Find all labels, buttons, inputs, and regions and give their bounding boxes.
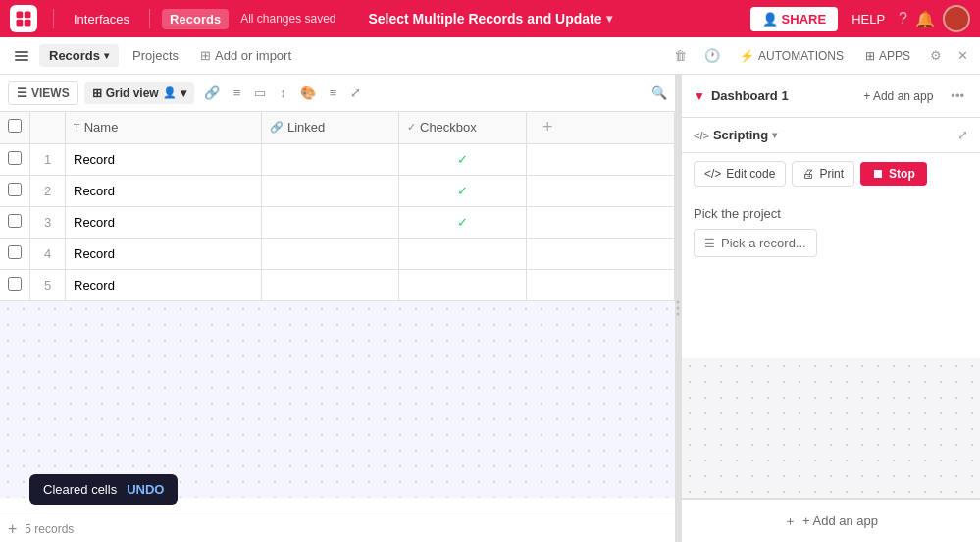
search-icon[interactable]: 🔍 <box>651 85 667 100</box>
records-tab-label: Records <box>49 48 100 63</box>
filter-icon[interactable]: ≡ <box>230 81 245 104</box>
linked-cell[interactable] <box>262 238 399 269</box>
edit-code-button[interactable]: </> Edit code <box>694 161 786 187</box>
linked-column-header[interactable]: 🔗 Linked <box>262 112 399 143</box>
row-select-cell[interactable] <box>0 175 30 206</box>
close-icon[interactable]: ✕ <box>954 44 972 67</box>
name-cell[interactable]: Record <box>66 143 262 175</box>
hide-icon[interactable]: ≡ <box>326 81 341 104</box>
checkbox-cell[interactable] <box>399 269 527 300</box>
checkbox-cell[interactable]: ✓ <box>399 206 527 238</box>
sort-icon[interactable]: ↕ <box>276 81 290 104</box>
add-column-icon[interactable]: + <box>535 117 561 136</box>
help-button[interactable]: HELP <box>846 9 891 29</box>
user-avatar[interactable] <box>943 5 970 32</box>
table-row[interactable]: 4 Record <box>0 238 675 269</box>
stop-button[interactable]: ⏹ Stop <box>860 162 927 186</box>
question-icon[interactable]: ? <box>899 10 907 27</box>
row-checkbox[interactable] <box>8 277 22 291</box>
svg-rect-4 <box>15 51 28 53</box>
name-cell[interactable]: Record <box>66 206 262 238</box>
name-cell[interactable]: Record <box>66 269 262 300</box>
select-all-header[interactable] <box>0 112 30 143</box>
name-cell[interactable]: Record <box>66 175 262 206</box>
right-dotted-area <box>682 358 980 499</box>
row-checkbox[interactable] <box>8 183 22 196</box>
page-title: Select Multiple Records and Update ▾ <box>368 11 611 27</box>
more-options-icon[interactable]: ••• <box>947 84 968 107</box>
panel-divider[interactable] <box>675 75 681 542</box>
link-toolbar-icon[interactable]: 🔗 <box>200 81 224 104</box>
linked-cell[interactable] <box>262 206 399 238</box>
checkbox-cell[interactable]: ✓ <box>399 143 527 175</box>
interfaces-nav-item[interactable]: Interfaces <box>66 9 137 29</box>
top-nav-right: 👤 SHARE HELP ? 🔔 <box>750 5 970 32</box>
automations-button[interactable]: ⚡ AUTOMATIONS <box>732 45 851 67</box>
saved-status: All changes saved <box>240 12 335 26</box>
name-cell[interactable]: Record <box>66 238 262 269</box>
people-icon: 👤 <box>163 86 177 99</box>
views-button[interactable]: ☰ VIEWS <box>8 81 78 105</box>
delete-icon[interactable]: 🗑 <box>668 44 693 67</box>
add-import-button[interactable]: ⊞ Add or import <box>192 44 299 67</box>
undo-button[interactable]: UNDO <box>127 482 164 497</box>
hamburger-button[interactable] <box>8 42 35 70</box>
expand-icon[interactable]: ⤢ <box>346 81 365 104</box>
add-app-bottom-button[interactable]: ＋ + Add an app <box>784 513 878 530</box>
apps-button[interactable]: ⊞ APPS <box>857 45 918 67</box>
linked-cell[interactable] <box>262 143 399 175</box>
script-title: </> Scripting ▾ <box>694 128 952 142</box>
print-icon: 🖨 <box>802 167 814 181</box>
expand-script-icon[interactable]: ⤢ <box>957 128 968 142</box>
add-row-button[interactable]: + <box>8 520 17 538</box>
projects-tab[interactable]: Projects <box>123 44 188 67</box>
row-select-cell[interactable] <box>0 143 30 175</box>
add-app-button[interactable]: + Add an app <box>855 85 941 107</box>
linked-cell[interactable] <box>262 175 399 206</box>
right-panel: ▼ Dashboard 1 + Add an app ••• </> Scrip… <box>681 75 980 542</box>
svg-rect-6 <box>15 59 28 61</box>
bell-icon[interactable]: 🔔 <box>915 10 935 28</box>
records-nav-item[interactable]: Records <box>162 9 229 29</box>
color-icon[interactable]: 🎨 <box>296 81 320 104</box>
linked-cell[interactable] <box>262 269 399 300</box>
name-column-header[interactable]: T Name <box>66 112 262 143</box>
print-button[interactable]: 🖨 Print <box>792 161 854 187</box>
share-button[interactable]: 👤 SHARE <box>750 7 839 31</box>
settings-icon[interactable]: ⚙ <box>924 44 948 67</box>
app-logo[interactable] <box>10 5 37 32</box>
row-select-cell[interactable] <box>0 206 30 238</box>
record-dropdown-icon: ☰ <box>704 237 715 250</box>
row-number: 2 <box>30 175 66 206</box>
summary-icon[interactable]: ▭ <box>250 81 270 104</box>
checkbox-cell[interactable]: ✓ <box>399 175 527 206</box>
table-row[interactable]: 3 Record ✓ <box>0 206 675 238</box>
table-row[interactable]: 2 Record ✓ <box>0 175 675 206</box>
add-app-bottom[interactable]: ＋ + Add an app <box>682 499 980 542</box>
table-container[interactable]: T Name 🔗 Linked ✓ <box>0 112 675 515</box>
pick-record-dropdown[interactable]: ☰ Pick a record... <box>694 229 817 257</box>
records-tab[interactable]: Records ▾ <box>39 44 119 67</box>
add-column-header[interactable]: + <box>527 112 675 143</box>
row-checkbox[interactable] <box>8 151 22 165</box>
row-checkbox[interactable] <box>8 245 22 259</box>
plus-add-app-icon: ＋ <box>784 513 797 530</box>
stop-icon: ⏹ <box>872 167 884 181</box>
select-all-checkbox[interactable] <box>8 119 22 133</box>
grid-view-button[interactable]: ⊞ Grid view 👤 ▾ <box>84 82 194 104</box>
checkbox-column-header[interactable]: ✓ Checkbox <box>399 112 527 143</box>
row-select-cell[interactable] <box>0 269 30 300</box>
history-icon[interactable]: 🕐 <box>698 44 726 67</box>
second-nav: Records ▾ Projects ⊞ Add or import 🗑 🕐 ⚡… <box>0 37 980 75</box>
pick-record-label: Pick a record... <box>721 236 806 250</box>
row-number: 5 <box>30 269 66 300</box>
row-checkbox[interactable] <box>8 214 22 228</box>
nav-divider-2 <box>149 9 150 28</box>
checkbox-cell[interactable] <box>399 238 527 269</box>
table-row[interactable]: 1 Record ✓ <box>0 143 675 175</box>
second-nav-right: 🗑 🕐 ⚡ AUTOMATIONS ⊞ APPS ⚙ ✕ <box>668 44 972 67</box>
views-icon: ☰ <box>17 86 27 100</box>
automations-icon: ⚡ <box>740 49 754 63</box>
row-select-cell[interactable] <box>0 238 30 269</box>
table-row[interactable]: 5 Record <box>0 269 675 300</box>
